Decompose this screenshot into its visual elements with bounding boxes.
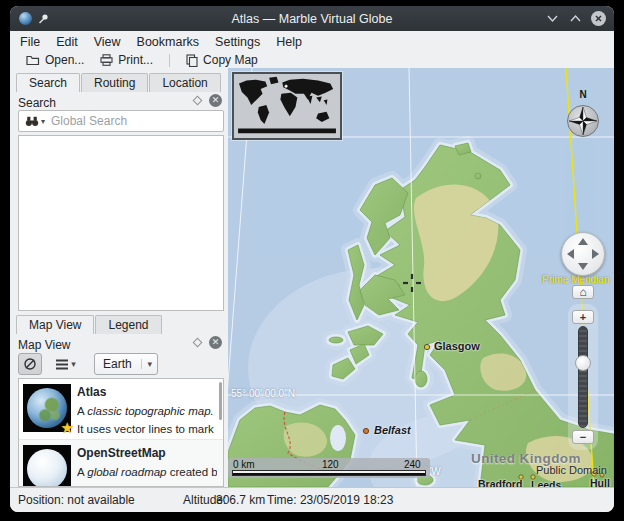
tab-routing[interactable]: Routing — [81, 73, 148, 92]
latitude-label: 55° 00' 00.0"N — [231, 388, 295, 399]
pan-control[interactable] — [561, 232, 605, 276]
pan-down-icon[interactable] — [578, 263, 588, 270]
copy-icon — [186, 54, 198, 67]
map-item-openstreetmap[interactable]: OpenStreetMap A global roadmap created b… — [19, 439, 223, 487]
compass-icon[interactable]: N — [563, 86, 603, 144]
float-panel-icon[interactable] — [193, 338, 203, 348]
pan-left-icon[interactable] — [567, 249, 574, 259]
copy-map-button[interactable]: Copy Map — [180, 53, 264, 67]
mapview-panel-title: Map View — [18, 338, 70, 352]
license-attribution[interactable]: Public Domain — [536, 464, 607, 476]
print-button[interactable]: Print... — [94, 53, 159, 67]
window-title: Atlas — Marble Virtual Globe — [10, 12, 614, 26]
mapview-controls: ▾ Earth ▾ — [18, 353, 224, 377]
globe-projection-icon — [23, 357, 37, 371]
world-silhouette — [234, 74, 340, 138]
print-label: Print... — [118, 53, 153, 67]
map-canvas[interactable]: 55° 00' 00.0"N 5° 00' 00.0"W Glasgow Bel… — [228, 68, 614, 487]
copy-map-label: Copy Map — [203, 53, 258, 67]
tab-legend[interactable]: Legend — [95, 315, 161, 334]
map-item-title: Atlas — [77, 384, 217, 399]
map-item-desc2: It uses vector lines to mark — [77, 423, 217, 435]
prime-meridian-label: Prime Meridian — [542, 274, 609, 285]
atlas-thumbnail: ★ — [23, 384, 71, 432]
search-panel-title: Search — [18, 96, 56, 110]
open-button[interactable]: Open... — [20, 53, 90, 67]
binoculars-icon — [25, 116, 39, 127]
menu-settings[interactable]: Settings — [207, 33, 268, 51]
status-position: Position: not available — [18, 493, 135, 507]
search-panel-header: Search ✕ — [18, 93, 224, 109]
scale-start: 0 km — [233, 459, 255, 470]
city-label-glasgow: Glasgow — [434, 340, 480, 352]
list-mode-button[interactable]: ▾ — [48, 353, 84, 375]
zoom-slider-track[interactable] — [578, 326, 588, 428]
sidebar: Search Routing Location Search ✕ ▾ — [14, 73, 228, 487]
status-altitude-value: 306.7 km — [216, 493, 265, 507]
menu-edit[interactable]: Edit — [48, 33, 86, 51]
search-results-list[interactable] — [18, 135, 224, 311]
status-time: Time: 23/05/2019 18:23 — [267, 493, 393, 507]
projection-button[interactable] — [18, 353, 42, 375]
tab-location[interactable]: Location — [149, 73, 220, 92]
current-view-marker — [285, 85, 288, 88]
overview-map[interactable] — [232, 72, 342, 140]
statusbar: Position: not available Altitude: 306.7 … — [10, 487, 614, 512]
chevron-down-icon: ▾ — [71, 359, 76, 369]
map-item-desc1: A global roadmap created by the — [77, 466, 217, 478]
city-label-hull: Hull — [590, 477, 610, 487]
tab-map-view[interactable]: Map View — [16, 315, 94, 334]
tab-search[interactable]: Search — [16, 73, 80, 92]
home-button[interactable]: ⌂ — [572, 285, 594, 299]
zoom-in-button[interactable]: + — [572, 310, 594, 324]
menu-bookmarks[interactable]: Bookmarks — [129, 33, 208, 51]
maps-list-scrollbar[interactable] — [219, 382, 222, 420]
close-button[interactable] — [591, 11, 606, 26]
printer-icon — [100, 54, 113, 66]
close-panel-icon[interactable]: ✕ — [209, 336, 222, 349]
scale-end: 240 — [404, 459, 421, 470]
celestial-body-value: Earth — [95, 357, 141, 371]
scale-bar-rule — [232, 470, 426, 476]
city-label-leeds: Leeds — [531, 479, 561, 487]
app-window: Atlas — Marble Virtual Globe File Edit V… — [10, 6, 614, 512]
open-label: Open... — [45, 53, 84, 67]
map-item-desc1: A classic topographic map. — [77, 405, 217, 417]
map-item-title: OpenStreetMap — [77, 445, 217, 460]
titlebar[interactable]: Atlas — Marble Virtual Globe — [10, 6, 614, 31]
city-label-belfast: Belfast — [374, 424, 411, 436]
menubar: File Edit View Bookmarks Settings Help — [10, 31, 614, 52]
menu-help[interactable]: Help — [268, 33, 310, 51]
mapview-panel-header: Map View ✕ — [18, 335, 224, 351]
minimize-button[interactable] — [545, 11, 560, 26]
scale-mid: 120 — [322, 459, 339, 470]
toolbar: Open... Print... Copy Map — [10, 52, 614, 68]
search-input-wrap: ▾ — [18, 110, 224, 132]
toolbar-separator — [169, 54, 170, 67]
chevron-down-icon: ▾ — [141, 359, 157, 369]
city-label-bradford: Bradford — [478, 478, 522, 487]
favorite-star-icon: ★ — [61, 419, 74, 437]
float-panel-icon[interactable] — [193, 96, 203, 106]
menu-file[interactable]: File — [12, 33, 48, 51]
maps-list: ★ Atlas A classic topographic map. It us… — [18, 378, 224, 487]
search-input[interactable] — [45, 114, 223, 128]
list-icon — [56, 359, 68, 370]
folder-icon — [26, 54, 40, 66]
menu-view[interactable]: View — [86, 33, 129, 51]
close-panel-icon[interactable]: ✕ — [209, 94, 222, 107]
map-item-atlas[interactable]: ★ Atlas A classic topographic map. It us… — [19, 379, 223, 439]
map-scale-bar: 0 km 120 240 — [228, 458, 430, 478]
sidebar-bottom-tabs: Map View Legend — [16, 315, 163, 334]
maximize-button[interactable] — [568, 11, 583, 26]
zoom-slider-handle[interactable] — [575, 355, 591, 371]
compass-north-label: N — [579, 89, 586, 100]
zoom-out-button[interactable]: − — [572, 430, 594, 444]
osm-thumbnail — [23, 445, 71, 487]
celestial-body-select[interactable]: Earth ▾ — [94, 353, 158, 375]
pan-right-icon[interactable] — [592, 249, 599, 259]
pan-up-icon[interactable] — [578, 238, 588, 245]
sidebar-top-tabs: Search Routing Location — [16, 73, 222, 92]
